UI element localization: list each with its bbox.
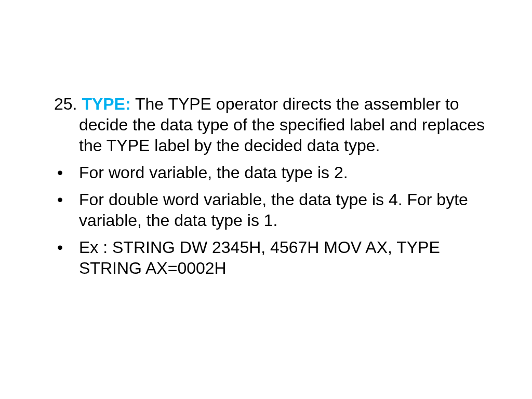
list-item: For double word variable, the data type … [31,189,501,231]
bullet-list: For word variable, the data type is 2. F… [31,162,501,278]
bullet-text: For double word variable, the data type … [79,190,468,230]
list-item: For word variable, the data type is 2. [31,162,501,183]
bullet-text: Ex : STRING DW 2345H, 4567H MOV AX, TYPE… [79,238,440,277]
list-item: Ex : STRING DW 2345H, 4567H MOV AX, TYPE… [31,237,501,278]
bullet-text: For word variable, the data type is 2. [79,163,348,182]
main-definition: 25. TYPE: The TYPE operator directs the … [31,94,501,156]
item-number: 25. [54,95,77,113]
slide-content: 25. TYPE: The TYPE operator directs the … [31,94,501,278]
definition-text: The TYPE operator directs the assembler … [79,95,485,155]
keyword-type: TYPE: [82,95,130,113]
